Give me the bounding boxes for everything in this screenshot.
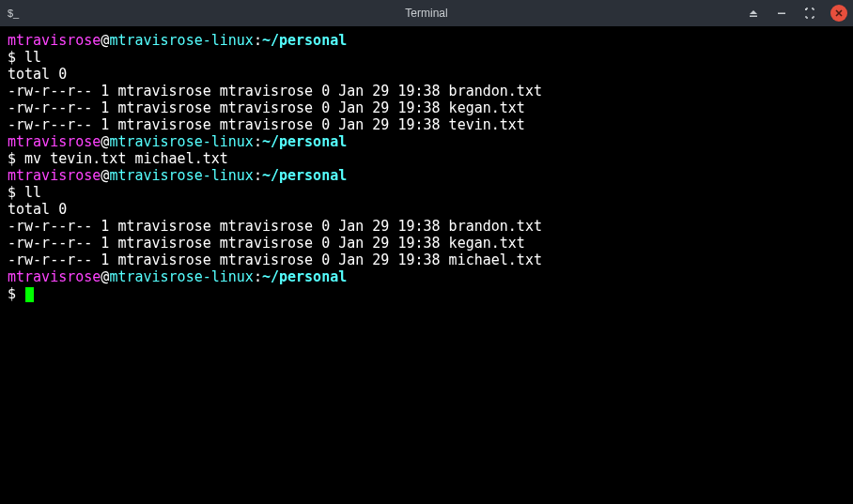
cursor-block: [25, 287, 34, 302]
command-text: ll: [24, 49, 41, 66]
prompt-host: mtravisrose-linux: [109, 133, 254, 150]
eject-icon[interactable]: [746, 6, 761, 21]
terminal-line-output: total 0: [8, 201, 845, 218]
svg-rect-1: [778, 13, 785, 15]
terminal-line-output: -rw-r--r-- 1 mtravisrose mtravisrose 0 J…: [8, 235, 845, 252]
prompt-dollar: $: [8, 150, 24, 167]
prompt-sep: :: [254, 133, 262, 150]
terminal-line-output: -rw-r--r-- 1 mtravisrose mtravisrose 0 J…: [8, 252, 845, 268]
command-text: ll: [24, 184, 41, 201]
command-text: mv tevin.txt michael.txt: [24, 150, 228, 167]
terminal-app-icon: $_: [6, 6, 21, 21]
close-button[interactable]: [830, 5, 847, 22]
terminal-line-prompt: mtravisrose@mtravisrose-linux:~/personal: [8, 133, 845, 150]
prompt-host: mtravisrose-linux: [109, 32, 254, 49]
prompt-path: ~/personal: [262, 32, 347, 49]
prompt-user: mtravisrose: [8, 32, 101, 49]
prompt-sep: :: [254, 32, 262, 49]
prompt-path: ~/personal: [262, 133, 347, 150]
terminal-line-prompt: mtravisrose@mtravisrose-linux:~/personal: [8, 167, 845, 184]
prompt-path: ~/personal: [262, 167, 347, 184]
window-titlebar: $_ Terminal: [0, 0, 853, 26]
terminal-line-prompt: mtravisrose@mtravisrose-linux:~/personal: [8, 32, 845, 49]
terminal-line-command: $ ll: [8, 49, 845, 66]
titlebar-left: $_: [6, 6, 21, 21]
prompt-dollar: $: [8, 184, 24, 201]
prompt-user: mtravisrose: [8, 167, 101, 184]
maximize-button[interactable]: [802, 6, 817, 21]
prompt-sep: :: [254, 167, 262, 184]
prompt-dollar: $: [8, 49, 24, 66]
terminal-line-output: -rw-r--r-- 1 mtravisrose mtravisrose 0 J…: [8, 218, 845, 235]
terminal-line-output: total 0: [8, 66, 845, 83]
prompt-user: mtravisrose: [8, 268, 101, 285]
terminal-line-output: -rw-r--r-- 1 mtravisrose mtravisrose 0 J…: [8, 99, 845, 116]
minimize-button[interactable]: [774, 6, 789, 21]
svg-rect-0: [750, 16, 757, 18]
prompt-path: ~/personal: [262, 268, 347, 285]
prompt-host: mtravisrose-linux: [109, 167, 254, 184]
terminal-line-active[interactable]: $: [8, 285, 845, 302]
prompt-sep: :: [254, 268, 262, 285]
prompt-host: mtravisrose-linux: [109, 268, 254, 285]
terminal-line-command: $ ll: [8, 184, 845, 201]
terminal-line-output: -rw-r--r-- 1 mtravisrose mtravisrose 0 J…: [8, 116, 845, 133]
titlebar-controls: [746, 5, 847, 22]
window-title: Terminal: [405, 7, 447, 20]
terminal-line-prompt: mtravisrose@mtravisrose-linux:~/personal: [8, 268, 845, 285]
terminal-output-area[interactable]: mtravisrose@mtravisrose-linux:~/personal…: [0, 26, 853, 504]
prompt-user: mtravisrose: [8, 133, 101, 150]
terminal-line-command: $ mv tevin.txt michael.txt: [8, 150, 845, 167]
terminal-line-output: -rw-r--r-- 1 mtravisrose mtravisrose 0 J…: [8, 83, 845, 99]
prompt-dollar: $: [8, 285, 24, 302]
